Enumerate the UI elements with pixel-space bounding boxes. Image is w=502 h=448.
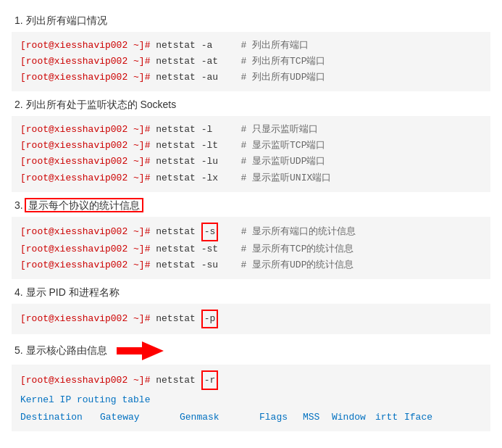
cmd-line: [root@xiesshavip002 ~]# netstat -at # 列出… — [20, 54, 482, 70]
command: netstat -lx — [150, 170, 218, 186]
flag-r: -r — [201, 370, 219, 390]
section-4-code: [root@xiesshavip002 ~]# netstat -p — [12, 304, 490, 334]
command: netstat -au — [150, 70, 218, 86]
command: netstat -lu — [150, 154, 218, 170]
arrow-icon — [113, 340, 164, 362]
cmd-line: [root@xiesshavip002 ~]# netstat -st # 显示… — [20, 241, 482, 257]
gateway-header: Gateway — [100, 409, 180, 426]
command: netstat -l — [150, 122, 212, 138]
section-3-title: 3.显示每个协议的统计信息 — [12, 199, 490, 212]
prompt: [root@xiesshavip002 ~]# — [20, 241, 150, 257]
section-5-code: [root@xiesshavip002 ~]# netstat -r Kerne… — [12, 365, 490, 431]
command: netstat -lt — [150, 138, 218, 154]
routing-header-row: Destination Gateway Genmask Flags MSS Wi… — [20, 409, 482, 426]
prompt: [root@xiesshavip002 ~]# — [20, 311, 150, 327]
cmd-line: [root@xiesshavip002 ~]# netstat -p — [20, 310, 482, 328]
prompt: [root@xiesshavip002 ~]# — [20, 372, 150, 389]
cmd-line: [root@xiesshavip002 ~]# netstat -lx # 显示… — [20, 170, 482, 186]
prompt: [root@xiesshavip002 ~]# — [20, 224, 150, 240]
section-4-title: 4. 显示 PID 和进程名称 — [12, 286, 490, 299]
flag-p: -p — [201, 310, 219, 328]
cmd-line: [root@xiesshavip002 ~]# netstat -r — [20, 370, 482, 390]
command: netstat -r — [150, 370, 218, 390]
comment: # 只显示监听端口 — [218, 122, 318, 138]
main-content: 1. 列出所有端口情况 [root@xiesshavip002 ~]# nets… — [0, 0, 502, 439]
comment: # 显示所有UDP的统计信息 — [224, 257, 354, 273]
red-arrow-svg — [113, 340, 164, 362]
command: netstat -at — [150, 54, 218, 70]
prompt: [root@xiesshavip002 ~]# — [20, 70, 150, 86]
genmask-header: Genmask — [180, 409, 259, 426]
command: netstat -s — [150, 223, 218, 241]
flag-s: -s — [201, 223, 219, 241]
comment: # 显示所有端口的统计信息 — [224, 224, 356, 240]
iface-header: Iface — [404, 409, 433, 426]
section-1-title: 1. 列出所有端口情况 — [12, 14, 490, 28]
section-2-title: 2. 列出所有处于监听状态的 Sockets — [12, 99, 490, 112]
cmd-line: [root@xiesshavip002 ~]# netstat -au # 列出… — [20, 70, 482, 86]
comment: # 显示监听TCP端口 — [224, 138, 325, 154]
section-5-title-row: 5. 显示核心路由信息 — [12, 340, 490, 362]
section-3-code: [root@xiesshavip002 ~]# netstat -s # 显示所… — [12, 217, 490, 279]
prompt: [root@xiesshavip002 ~]# — [20, 138, 150, 154]
cmd-line: [root@xiesshavip002 ~]# netstat -su # 显示… — [20, 257, 482, 273]
command: netstat -su — [150, 257, 218, 273]
command: netstat -st — [150, 241, 218, 257]
cmd-line: [root@xiesshavip002 ~]# netstat -l # 只显示… — [20, 122, 482, 138]
flags-header: Flags — [259, 409, 303, 426]
command: netstat -a — [150, 38, 212, 54]
prompt: [root@xiesshavip002 ~]# — [20, 54, 150, 70]
cmd-line: [root@xiesshavip002 ~]# netstat -s # 显示所… — [20, 223, 482, 241]
section-1-code: [root@xiesshavip002 ~]# netstat -a # 列出所… — [12, 32, 490, 91]
comment: # 显示监听UNIX端口 — [224, 170, 331, 186]
command: netstat -p — [150, 310, 218, 328]
comment: # 列出所有UDP端口 — [224, 70, 325, 86]
comment: # 显示监听UDP端口 — [224, 154, 325, 170]
section-2-code: [root@xiesshavip002 ~]# netstat -l # 只显示… — [12, 116, 490, 191]
section-3-highlight: 显示每个协议的统计信息 — [25, 198, 143, 212]
window-header: Window — [332, 409, 375, 426]
prompt: [root@xiesshavip002 ~]# — [20, 170, 150, 186]
prompt: [root@xiesshavip002 ~]# — [20, 257, 150, 273]
comment: # 列出所有端口 — [218, 38, 309, 54]
comment: # 列出所有TCP端口 — [224, 54, 325, 70]
svg-marker-0 — [117, 341, 164, 360]
prompt: [root@xiesshavip002 ~]# — [20, 38, 150, 54]
comment: # 显示所有TCP的统计信息 — [224, 241, 354, 257]
kernel-text: Kernel IP routing table — [20, 391, 150, 408]
mss-header: MSS — [303, 409, 332, 426]
irtt-header: irtt — [375, 409, 404, 426]
kernel-line: Kernel IP routing table — [20, 391, 482, 408]
cmd-line: [root@xiesshavip002 ~]# netstat -lt # 显示… — [20, 138, 482, 154]
prompt: [root@xiesshavip002 ~]# — [20, 122, 150, 138]
section-5-title: 5. 显示核心路由信息 — [12, 344, 107, 357]
dest-header: Destination — [20, 409, 100, 426]
prompt: [root@xiesshavip002 ~]# — [20, 154, 150, 170]
cmd-line: [root@xiesshavip002 ~]# netstat -lu # 显示… — [20, 154, 482, 170]
cmd-line: [root@xiesshavip002 ~]# netstat -a # 列出所… — [20, 38, 482, 54]
